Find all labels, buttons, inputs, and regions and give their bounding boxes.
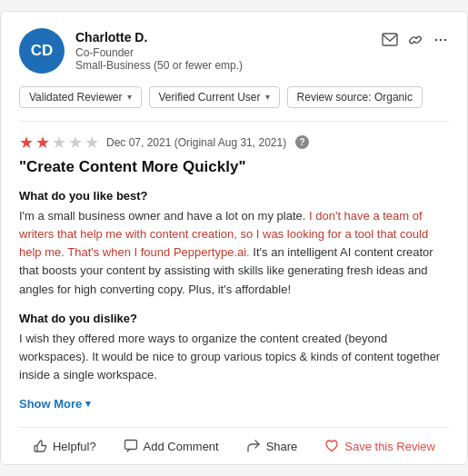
show-more-label: Show More <box>19 397 82 411</box>
svg-point-1 <box>435 39 438 42</box>
question-2: What do you dislike? <box>19 312 449 325</box>
user-company: Small-Business (50 or fewer emp.) <box>75 59 243 72</box>
badge-verified[interactable]: Verified Current User ▾ <box>149 86 280 108</box>
heart-icon <box>324 439 339 453</box>
badge-source: Review source: Organic <box>287 86 423 108</box>
rating-row: ★ ★ ★ ★ ★ Dec 07, 2021 (Original Aug 31,… <box>19 133 449 153</box>
star-rating: ★ ★ ★ ★ ★ <box>19 133 99 153</box>
star-3: ★ <box>52 133 66 153</box>
star-4: ★ <box>68 133 83 153</box>
review-card: CD Charlotte D. Co-Founder Small-Busines… <box>0 11 468 465</box>
badge-verified-label: Verified Current User <box>159 91 261 104</box>
thumbs-up-icon <box>33 439 47 453</box>
add-comment-button[interactable]: Add Comment <box>124 439 219 453</box>
helpful-label: Helpful? <box>53 440 96 453</box>
save-button[interactable]: Save this Review <box>324 439 435 453</box>
svg-rect-4 <box>124 441 136 450</box>
user-role: Co-Founder <box>75 46 243 59</box>
star-1: ★ <box>19 133 34 153</box>
share-icon <box>246 439 261 453</box>
star-2: ★ <box>35 133 50 153</box>
chevron-down-icon: ▾ <box>127 92 132 102</box>
header-actions <box>382 32 449 48</box>
save-label: Save this Review <box>344 440 435 453</box>
chevron-down-icon: ▾ <box>265 92 270 102</box>
show-more-button[interactable]: Show More ▾ <box>19 397 91 411</box>
answer-2: I wish they offered more ways to organiz… <box>19 330 449 384</box>
star-5: ★ <box>85 133 99 153</box>
question-1: What do you like best? <box>19 189 449 203</box>
user-info-section: CD Charlotte D. Co-Founder Small-Busines… <box>19 28 243 74</box>
svg-point-2 <box>440 39 443 42</box>
comment-icon <box>124 439 138 453</box>
share-label: Share <box>266 440 298 453</box>
svg-rect-0 <box>383 34 397 45</box>
helpful-button[interactable]: Helpful? <box>33 439 96 453</box>
divider <box>19 121 449 122</box>
help-icon[interactable]: ? <box>295 135 309 149</box>
share-button[interactable]: Share <box>246 439 298 453</box>
svg-point-3 <box>444 39 447 42</box>
email-icon[interactable] <box>382 33 398 47</box>
link-icon[interactable] <box>407 32 423 48</box>
review-title: "Create Content More Quickly" <box>19 158 449 176</box>
badge-validated-label: Validated Reviewer <box>29 91 123 104</box>
answer-1: I'm a small business owner and have a lo… <box>19 207 449 299</box>
avatar: CD <box>19 28 65 74</box>
badges-row: Validated Reviewer ▾ Verified Current Us… <box>19 86 449 108</box>
user-details: Charlotte D. Co-Founder Small-Business (… <box>75 30 243 72</box>
badge-source-label: Review source: Organic <box>297 91 413 104</box>
answer-1-part1: I'm a small business owner and have a lo… <box>19 209 309 223</box>
more-options-icon[interactable] <box>433 32 449 48</box>
review-header: CD Charlotte D. Co-Founder Small-Busines… <box>19 28 449 74</box>
badge-validated[interactable]: Validated Reviewer ▾ <box>19 86 142 108</box>
review-footer: Helpful? Add Comment Share <box>19 427 449 464</box>
review-date: Dec 07, 2021 (Original Aug 31, 2021) <box>106 136 286 149</box>
add-comment-label: Add Comment <box>144 440 219 453</box>
chevron-down-icon: ▾ <box>85 398 91 410</box>
user-name: Charlotte D. <box>75 30 243 45</box>
